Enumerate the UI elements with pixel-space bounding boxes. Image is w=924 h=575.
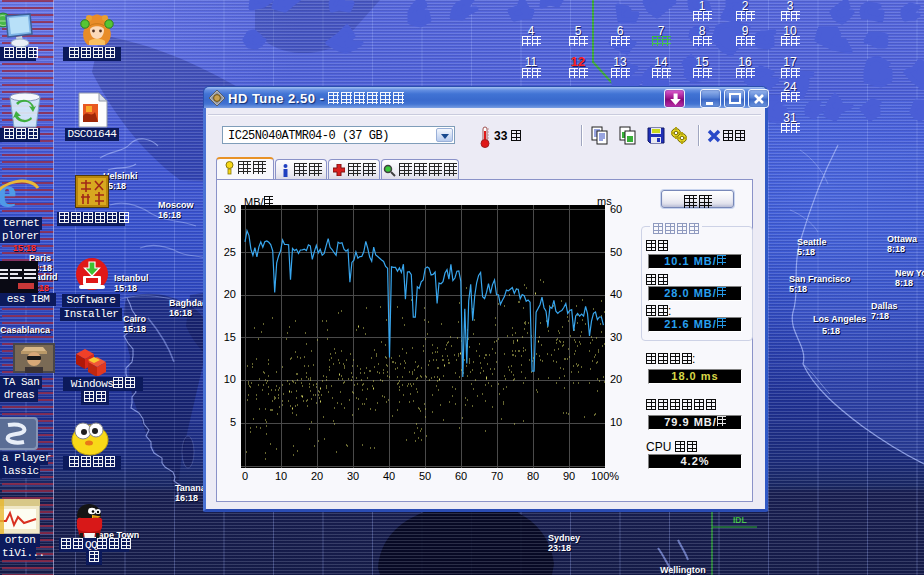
svg-text:e: e xyxy=(0,168,17,216)
